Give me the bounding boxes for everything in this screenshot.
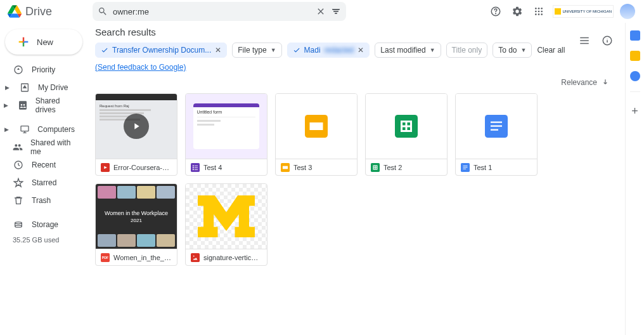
svg-point-3 — [538, 8, 540, 10]
trash-icon — [13, 195, 24, 206]
svg-point-1 — [496, 13, 496, 14]
file-tile[interactable]: Test 3 — [275, 93, 357, 176]
svg-rect-18 — [195, 166, 198, 166]
clear-all-button[interactable]: Clear all — [537, 46, 565, 55]
svg-rect-21 — [193, 169, 194, 170]
svg-rect-19 — [193, 167, 194, 168]
drive-logo-area[interactable]: Drive — [5, 4, 87, 18]
sidebar-item-computers[interactable]: ▶ Computers — [0, 121, 82, 138]
search-options-icon[interactable] — [331, 6, 341, 16]
arrow-down-icon — [601, 78, 610, 87]
file-tile[interactable]: signature-vertical-white.png — [185, 183, 267, 266]
svg-rect-17 — [193, 165, 194, 166]
nav-label: Starred — [32, 178, 56, 187]
chevron-down-icon: ▼ — [271, 47, 276, 53]
clear-search-icon[interactable] — [316, 6, 326, 16]
file-name: Test 2 — [383, 164, 402, 171]
info-icon[interactable] — [600, 33, 615, 48]
svg-point-40 — [193, 255, 195, 256]
slides-icon — [305, 115, 328, 138]
priority-icon — [13, 64, 24, 76]
svg-rect-30 — [491, 122, 502, 123]
chip-person[interactable]: Madi redacted ✕ — [287, 43, 370, 58]
sidebar-item-starred[interactable]: Starred — [0, 174, 82, 192]
recent-icon — [13, 159, 24, 171]
chevron-down-icon: ▼ — [521, 47, 527, 53]
file-tile[interactable]: Request from Raj Error-Coursera-Results.… — [95, 93, 177, 176]
file-tile[interactable]: Untitled form Test 4 — [185, 93, 267, 176]
search-input[interactable] — [113, 7, 311, 16]
new-button[interactable]: New — [5, 29, 82, 55]
svg-rect-34 — [463, 166, 468, 166]
video-icon — [101, 163, 110, 172]
sidebar-item-shared-with-me[interactable]: Shared with me — [0, 138, 82, 156]
org-logo[interactable]: UNIVERSITY OF MICHIGAN — [553, 5, 614, 18]
svg-rect-26 — [283, 166, 288, 169]
add-addon-icon[interactable]: + — [631, 105, 638, 118]
check-icon — [101, 46, 108, 54]
check-icon — [293, 46, 300, 54]
sort-button[interactable]: Relevance — [561, 78, 610, 87]
file-name: Test 3 — [293, 164, 312, 171]
svg-rect-39 — [191, 253, 200, 262]
chip-transfer-ownership[interactable]: Transfer Ownership Docum... ✕ — [95, 43, 227, 58]
settings-icon[interactable] — [510, 4, 525, 19]
svg-point-5 — [535, 11, 537, 13]
sidebar-item-recent[interactable]: Recent — [0, 156, 82, 174]
file-tile[interactable]: Women in the Workplace 2021 PDF Women_in… — [95, 183, 177, 266]
feedback-link[interactable]: (Send feedback to Google) — [95, 63, 186, 72]
file-tile[interactable]: Test 1 — [455, 93, 538, 176]
chevron-right-icon[interactable]: ▶ — [3, 102, 10, 108]
chevron-down-icon: ▼ — [430, 47, 435, 53]
svg-rect-31 — [491, 126, 502, 127]
svg-rect-20 — [195, 168, 198, 168]
sidebar-item-trash[interactable]: Trash — [0, 192, 82, 209]
computers-icon — [19, 124, 30, 135]
file-name: Error-Coursera-Results.we... — [113, 164, 172, 171]
nav-label: Storage — [32, 220, 58, 229]
chip-close-icon[interactable]: ✕ — [215, 46, 221, 55]
page-title: Search results — [95, 27, 617, 37]
search-icon — [98, 6, 108, 16]
file-name: Test 1 — [473, 164, 492, 171]
new-button-label: New — [37, 37, 53, 47]
chip-title-only[interactable]: Title only — [446, 43, 488, 58]
chevron-right-icon[interactable]: ▶ — [3, 126, 11, 133]
svg-rect-32 — [491, 129, 498, 131]
file-name: Women_in_the_Workplace_... — [113, 254, 172, 261]
sidebar-item-storage[interactable]: Storage — [0, 216, 82, 233]
svg-rect-36 — [463, 168, 467, 169]
image-icon — [191, 253, 200, 262]
chip-to-do[interactable]: To do ▼ — [493, 43, 532, 58]
file-tile[interactable]: Test 2 — [365, 93, 448, 176]
chip-file-type[interactable]: File type ▼ — [232, 43, 281, 58]
sidebar-item-shared-drives[interactable]: ▶ Shared drives — [0, 96, 82, 114]
tasks-addon-icon[interactable] — [630, 71, 640, 81]
calendar-addon-icon[interactable] — [630, 30, 640, 41]
svg-point-4 — [541, 8, 543, 10]
file-name: signature-vertical-white.png — [203, 254, 262, 261]
search-bar[interactable] — [93, 2, 346, 21]
apps-icon[interactable] — [531, 4, 546, 19]
nav-label: Shared drives — [35, 96, 75, 114]
shared-with-me-icon — [13, 141, 23, 153]
sidebar-item-my-drive[interactable]: ▶ My Drive — [0, 79, 82, 96]
chip-last-modified[interactable]: Last modified ▼ — [375, 43, 441, 58]
file-name: Test 4 — [203, 164, 222, 171]
svg-rect-22 — [195, 169, 198, 169]
chevron-right-icon[interactable]: ▶ — [3, 84, 11, 91]
chip-close-icon[interactable]: ✕ — [357, 46, 364, 55]
nav-label: Shared with me — [30, 138, 75, 156]
nav-label: My Drive — [38, 83, 68, 92]
list-view-toggle-icon[interactable] — [577, 33, 592, 48]
help-icon[interactable] — [488, 4, 503, 19]
play-icon — [124, 114, 149, 139]
svg-rect-24 — [310, 122, 323, 130]
michigan-logo-thumb — [198, 195, 255, 237]
account-avatar[interactable] — [620, 4, 635, 19]
drive-logo-icon — [8, 4, 22, 18]
keep-addon-icon[interactable] — [630, 51, 640, 61]
sidebar-item-priority[interactable]: Priority — [0, 61, 82, 79]
nav-label: Recent — [32, 161, 56, 169]
svg-point-9 — [538, 13, 540, 15]
